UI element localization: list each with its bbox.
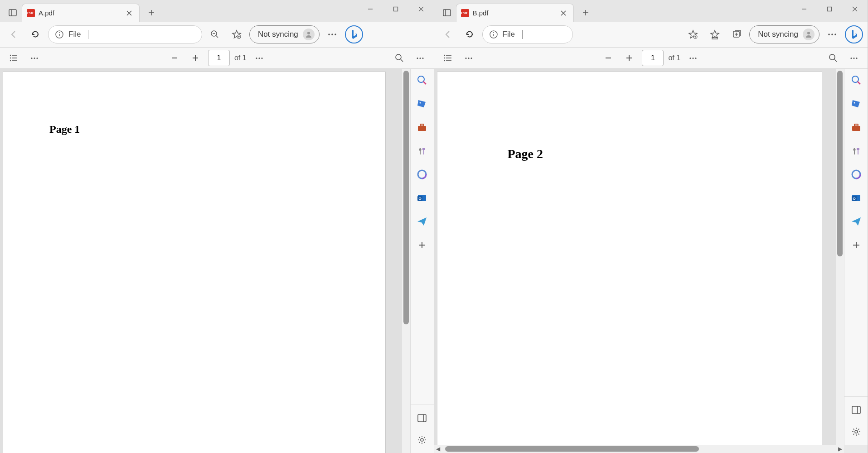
- pdf-more-right-icon[interactable]: [412, 50, 428, 66]
- back-button[interactable]: [5, 25, 23, 43]
- sync-profile-button[interactable]: Not syncing: [249, 25, 320, 43]
- bing-button[interactable]: [845, 25, 863, 43]
- svg-point-80: [850, 57, 852, 58]
- sidebar-add-icon[interactable]: [415, 238, 429, 252]
- minimize-button[interactable]: [791, 0, 817, 18]
- zoom-out-button[interactable]: [166, 50, 183, 66]
- svg-point-70: [468, 57, 469, 58]
- vertical-scrollbar[interactable]: [836, 69, 844, 445]
- svg-point-82: [856, 57, 857, 58]
- pdf-page: Page 2: [437, 72, 822, 445]
- sidebar-games-icon[interactable]: [849, 144, 863, 158]
- sidebar-tools-icon[interactable]: [849, 120, 863, 134]
- new-tab-button[interactable]: [143, 5, 160, 21]
- sidebar-panel-icon[interactable]: [849, 403, 863, 417]
- back-button[interactable]: [439, 25, 457, 43]
- tab-b-pdf[interactable]: PDF B.pdf: [456, 4, 574, 22]
- svg-point-14: [335, 34, 336, 35]
- horizontal-scrollbar-thumb[interactable]: [445, 446, 699, 452]
- find-icon[interactable]: [391, 50, 407, 66]
- page-of-label: of 1: [668, 54, 680, 62]
- sidebar-search-icon[interactable]: [849, 73, 863, 87]
- sync-profile-button[interactable]: Not syncing: [749, 25, 820, 43]
- close-window-button[interactable]: [408, 0, 434, 18]
- vertical-scrollbar-thumb[interactable]: [403, 71, 409, 324]
- pdf-more-left-icon[interactable]: [26, 50, 43, 66]
- favorites-icon[interactable]: [706, 25, 724, 43]
- address-bar[interactable]: File: [48, 25, 202, 43]
- minimize-button[interactable]: [358, 0, 383, 18]
- bing-button[interactable]: [345, 25, 363, 43]
- sidebar-send-icon[interactable]: [849, 215, 863, 228]
- sidebar-panel-icon[interactable]: [415, 411, 429, 425]
- pdf-viewport[interactable]: Page 2: [434, 69, 836, 445]
- sidebar-m365-icon[interactable]: [415, 168, 429, 181]
- refresh-button[interactable]: [461, 25, 479, 43]
- svg-line-79: [834, 59, 837, 62]
- maximize-button[interactable]: [383, 0, 408, 18]
- svg-point-21: [31, 57, 32, 58]
- close-tab-icon[interactable]: [558, 8, 569, 19]
- pdf-more-left-icon[interactable]: [461, 50, 477, 66]
- svg-point-12: [328, 34, 330, 35]
- find-icon[interactable]: [825, 50, 841, 66]
- zoom-out-button[interactable]: [600, 50, 616, 66]
- sidebar-shopping-icon[interactable]: [849, 97, 863, 111]
- zoom-in-button[interactable]: [187, 50, 204, 66]
- tab-actions-icon[interactable]: [438, 4, 456, 22]
- sync-label: Not syncing: [758, 30, 798, 39]
- tab-a-pdf[interactable]: PDF A.pdf: [22, 4, 140, 22]
- page-of-label: of 1: [234, 54, 247, 62]
- sidebar-settings-icon[interactable]: [849, 425, 863, 439]
- sidebar-add-icon[interactable]: [849, 238, 863, 252]
- close-tab-icon[interactable]: [124, 8, 135, 19]
- hscroll-right-arrow[interactable]: ▶: [836, 445, 844, 453]
- zoom-icon[interactable]: [206, 25, 224, 43]
- pdf-more-center-icon[interactable]: [685, 50, 701, 66]
- content-area: Page 1 O: [0, 69, 434, 453]
- pdf-viewport[interactable]: Page 1: [0, 69, 402, 453]
- more-menu-icon[interactable]: [323, 25, 341, 43]
- contents-icon[interactable]: [440, 50, 456, 66]
- more-menu-icon[interactable]: [823, 25, 841, 43]
- pdf-more-center-icon[interactable]: [251, 50, 267, 66]
- sidebar-shopping-icon[interactable]: [415, 97, 429, 111]
- sidebar-m365-icon[interactable]: [849, 168, 863, 181]
- svg-point-17: [10, 58, 11, 58]
- address-bar[interactable]: File: [482, 25, 573, 43]
- sidebar-outlook-icon[interactable]: O: [415, 191, 429, 205]
- collections-icon[interactable]: [727, 25, 746, 43]
- svg-point-22: [34, 57, 35, 58]
- close-window-button[interactable]: [842, 0, 868, 18]
- favorites-add-icon[interactable]: [684, 25, 702, 43]
- sidebar-games-icon[interactable]: [415, 144, 429, 158]
- page-number-input[interactable]: [642, 50, 664, 66]
- pdf-file-icon: PDF: [461, 9, 469, 17]
- favorites-add-icon[interactable]: [228, 25, 246, 43]
- svg-point-75: [689, 57, 691, 58]
- vertical-scrollbar[interactable]: [402, 69, 410, 453]
- svg-point-95: [855, 430, 858, 433]
- vertical-scrollbar-thumb[interactable]: [837, 71, 843, 256]
- svg-point-61: [831, 34, 833, 35]
- page-number-input[interactable]: [208, 50, 230, 66]
- maximize-button[interactable]: [817, 0, 842, 18]
- svg-point-23: [36, 57, 38, 58]
- sidebar-settings-icon[interactable]: [415, 433, 429, 447]
- sidebar-tools-icon[interactable]: [415, 120, 429, 134]
- hscroll-left-arrow[interactable]: ◀: [434, 445, 442, 453]
- profile-icon: [803, 29, 815, 40]
- sidebar-send-icon[interactable]: [415, 215, 429, 228]
- sidebar-outlook-icon[interactable]: O: [849, 191, 863, 205]
- contents-icon[interactable]: [5, 50, 22, 66]
- refresh-button[interactable]: [26, 25, 44, 43]
- new-tab-button[interactable]: [577, 5, 594, 21]
- tab-actions-icon[interactable]: [4, 4, 22, 22]
- sidebar-search-icon[interactable]: [415, 73, 429, 87]
- info-icon: [55, 30, 64, 39]
- svg-point-29: [261, 57, 262, 58]
- page-content-text: Page 1: [49, 123, 80, 135]
- zoom-in-button[interactable]: [621, 50, 637, 66]
- pdf-more-right-icon[interactable]: [846, 50, 862, 66]
- horizontal-scrollbar[interactable]: ◀ ▶: [434, 445, 844, 453]
